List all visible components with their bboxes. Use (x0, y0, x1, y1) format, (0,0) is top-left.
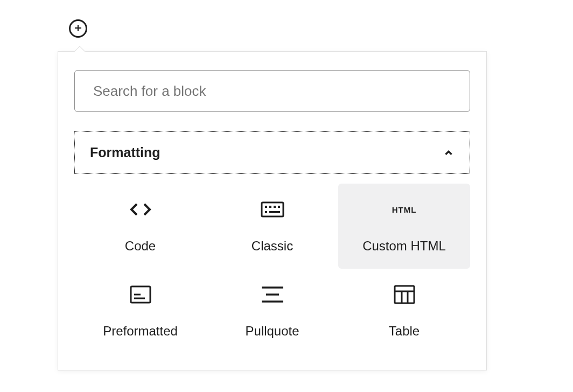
svg-rect-2 (262, 202, 283, 216)
block-label: Custom HTML (362, 239, 446, 254)
code-icon (128, 199, 153, 220)
svg-rect-4 (269, 206, 271, 208)
block-item-code[interactable]: Code (74, 184, 206, 269)
add-block-button[interactable] (69, 19, 87, 38)
svg-rect-6 (278, 206, 280, 208)
block-item-table[interactable]: Table (338, 269, 470, 354)
block-item-custom-html[interactable]: HTML Custom HTML (338, 184, 470, 269)
table-icon (392, 284, 417, 305)
block-inserter-popover: Formatting Code (58, 51, 487, 370)
block-label: Pullquote (245, 324, 299, 339)
block-item-classic[interactable]: Classic (206, 184, 338, 269)
keyboard-icon (260, 199, 285, 220)
preformatted-icon (128, 284, 153, 305)
blocks-grid: Code Classic (74, 184, 470, 354)
block-item-preformatted[interactable]: Preformatted (74, 269, 206, 354)
category-title: Formatting (90, 145, 160, 160)
block-label: Classic (251, 239, 293, 254)
block-item-pullquote[interactable]: Pullquote (206, 269, 338, 354)
plus-icon (73, 23, 83, 34)
svg-rect-8 (269, 211, 280, 213)
block-label: Table (389, 324, 420, 339)
block-label: Code (125, 239, 156, 254)
chevron-up-icon (443, 147, 455, 159)
html-icon: HTML (392, 199, 417, 220)
svg-rect-7 (265, 211, 267, 213)
popover-arrow (73, 45, 86, 52)
pullquote-icon (260, 284, 285, 305)
category-header-formatting[interactable]: Formatting (74, 131, 470, 174)
search-input[interactable] (74, 70, 470, 112)
svg-rect-5 (274, 206, 276, 208)
block-label: Preformatted (103, 324, 178, 339)
svg-rect-3 (265, 206, 267, 208)
svg-rect-15 (395, 286, 414, 303)
